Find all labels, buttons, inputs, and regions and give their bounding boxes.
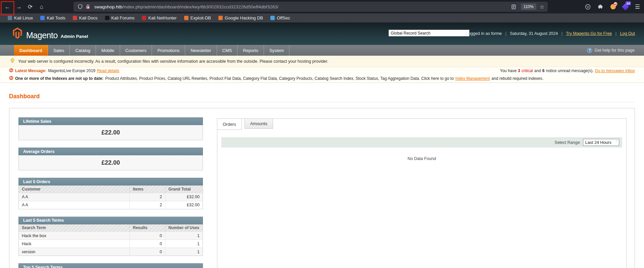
table-row[interactable]: A A 2 £32.00: [19, 193, 203, 201]
range-select-value: Last 24 Hours: [585, 140, 611, 145]
range-select[interactable]: Last 24 Hours ˇ: [583, 139, 619, 146]
index-warning-row: One or more of the Indexes are not up to…: [0, 74, 644, 83]
google-hacking-db-icon: [218, 16, 223, 20]
select-range-label: Select Range:: [554, 140, 581, 145]
bookmark-item-exploit-db[interactable]: Exploit-DB: [180, 13, 215, 22]
zoom-level-badge[interactable]: 110%: [521, 3, 536, 10]
nav-item-newsletter[interactable]: Newsletter: [185, 45, 217, 56]
bookmark-item-google-hacking-db[interactable]: Google Hacking DB: [215, 13, 267, 22]
title-divider: [9, 102, 635, 102]
nav-item-catalog[interactable]: Catalog: [70, 45, 96, 56]
dashboard-right-column: Orders Amounts Select Range: Last 24 Hou…: [217, 118, 627, 268]
bookmark-item-kali-nethunter[interactable]: Kali NetHunter: [138, 13, 180, 22]
nav-item-sales[interactable]: Sales: [48, 45, 70, 56]
messages-inbox-link[interactable]: Go to messages inbox: [595, 68, 635, 73]
shield-icon[interactable]: [77, 4, 83, 9]
card-title: Last 5 Search Terms: [18, 217, 203, 224]
nav-item-mobile[interactable]: Mobile: [96, 45, 120, 56]
dashboard-left-column: Lifetime Sales £22.00 Average Orders £22…: [18, 117, 203, 268]
extensions-puzzle-icon[interactable]: [598, 4, 603, 10]
reload-button[interactable]: ⟳: [24, 2, 36, 12]
select-range-bar: Select Range: Last 24 Hours ˇ: [221, 137, 622, 148]
home-button[interactable]: ⌂: [36, 2, 47, 12]
reader-mode-icon[interactable]: [511, 4, 516, 9]
toolbar-extensions-area: 14 ☰: [585, 0, 640, 13]
nav-item-promotions[interactable]: Promotions: [152, 45, 185, 56]
table-row[interactable]: version 0 1: [19, 248, 203, 256]
latest-message-text: MagentoLive Europe 2019: [48, 68, 95, 73]
last-5-search-terms-table: Search TermResultsNumber of Uses Hack th…: [18, 224, 203, 256]
nav-item-reports[interactable]: Reports: [237, 45, 264, 56]
column-header: Grand Total: [165, 185, 203, 193]
index-warning-intro: One or more of the Indexes are not up to…: [15, 76, 103, 81]
extension-count-badge: 14: [626, 1, 631, 5]
table-row[interactable]: A A 2 £32.00: [19, 201, 203, 209]
tab-orders[interactable]: Orders: [217, 119, 242, 130]
lifetime-sales-value: £22.00: [18, 125, 203, 140]
card-title: Average Orders: [18, 148, 203, 155]
last-5-orders-card: Last 5 Orders CustomerItemsGrand Total A…: [18, 178, 203, 209]
unread-messages-summary: You have 3 critical and 6 notice unread …: [500, 68, 635, 73]
card-title: Lifetime Sales: [18, 117, 203, 125]
insecure-lock-icon[interactable]: [86, 4, 90, 9]
panel-tabs: Orders Amounts: [217, 119, 276, 130]
index-warning-body: Product Attributes, Product Prices, Cata…: [105, 76, 453, 81]
highlight-annotation: [1, 1, 14, 15]
chevron-down-icon: ˇ: [616, 141, 617, 144]
table-row[interactable]: Hack 0 1: [19, 240, 203, 248]
average-orders-value: £22.00: [18, 155, 203, 170]
page-title: Dashboard: [9, 93, 635, 99]
nav-item-dashboard[interactable]: Dashboard: [14, 45, 48, 56]
brand-suffix: Admin Panel: [61, 34, 88, 39]
foxyproxy-icon[interactable]: [610, 4, 616, 9]
bookmark-item-kali-forums[interactable]: Kali Forums: [101, 13, 138, 22]
alert-icon: [9, 68, 13, 73]
logged-in-text: Logged in as forme: [466, 31, 502, 36]
column-header: Items: [130, 185, 165, 193]
bookmark-item-kali-docs[interactable]: Kali Docs: [69, 13, 101, 22]
lightbulb-icon: [10, 58, 15, 65]
no-data-message: No Data Found: [217, 156, 626, 161]
menu-hamburger-icon[interactable]: ☰: [635, 3, 640, 10]
index-management-link[interactable]: Index Management: [455, 76, 490, 81]
url-text: swagshop.htb/index.php/admin/dashboard/i…: [94, 4, 510, 9]
lifetime-sales-card: Lifetime Sales £22.00: [18, 117, 203, 140]
magento-header: Magento Admin Panel Logged in as forme |…: [0, 22, 644, 45]
offsec-icon: [270, 16, 275, 20]
admin-nav-bar: ? Get help for this page Dashboard Sales…: [0, 45, 644, 56]
card-title: Top 5 Search Terms: [18, 263, 203, 268]
kali-tools-icon: [40, 16, 45, 20]
nav-item-customers[interactable]: Customers: [120, 45, 152, 56]
server-warning-banner: Your web server is configured incorrectl…: [0, 56, 644, 67]
get-help-link[interactable]: ? Get help for this page: [587, 45, 635, 56]
current-date: Saturday, 31 August 2024: [510, 31, 558, 36]
average-orders-card: Average Orders £22.00: [18, 148, 203, 170]
exploit-db-icon: [184, 16, 189, 20]
orders-chart-panel: Orders Amounts Select Range: Last 24 Hou…: [217, 118, 627, 268]
latest-message-row: Latest Message: MagentoLive Europe 2019 …: [0, 67, 644, 74]
bookmark-item-offsec[interactable]: OffSec: [267, 13, 294, 22]
global-search-input[interactable]: [388, 30, 470, 37]
nav-item-system[interactable]: System: [264, 45, 289, 56]
column-header: Customer: [19, 185, 130, 193]
last-5-search-terms-card: Last 5 Search Terms Search TermResultsNu…: [18, 217, 203, 256]
kali-linux-icon: [8, 16, 12, 20]
column-header: Number of Uses: [165, 224, 203, 232]
tab-amounts[interactable]: Amounts: [245, 119, 273, 129]
bookmark-star-icon[interactable]: ☆: [540, 4, 544, 10]
read-details-link[interactable]: Read details: [97, 68, 119, 73]
pocket-icon[interactable]: [585, 4, 591, 10]
try-magento-go-link[interactable]: Try Magento Go for Free: [566, 31, 612, 36]
header-meta: Logged in as forme | Saturday, 31 August…: [466, 31, 635, 36]
bookmarks-bar: Kali Linux Kali Tools Kali Docs Kali For…: [0, 13, 644, 22]
wappalyzer-icon[interactable]: 14: [623, 4, 628, 9]
column-header: Results: [130, 224, 165, 232]
magento-logo: Magento Admin Panel: [12, 28, 88, 40]
bookmark-item-kali-tools[interactable]: Kali Tools: [37, 13, 69, 22]
browser-toolbar: ← → ⟳ ⌂ swagshop.htb/index.php/admin/das…: [0, 0, 644, 13]
log-out-link[interactable]: Log Out: [620, 31, 635, 36]
table-row[interactable]: Hack the box 0 1: [19, 232, 203, 240]
nav-item-cms[interactable]: CMS: [217, 45, 238, 56]
forward-button[interactable]: →: [13, 2, 24, 12]
url-bar[interactable]: swagshop.htb/index.php/admin/dashboard/i…: [73, 2, 548, 12]
